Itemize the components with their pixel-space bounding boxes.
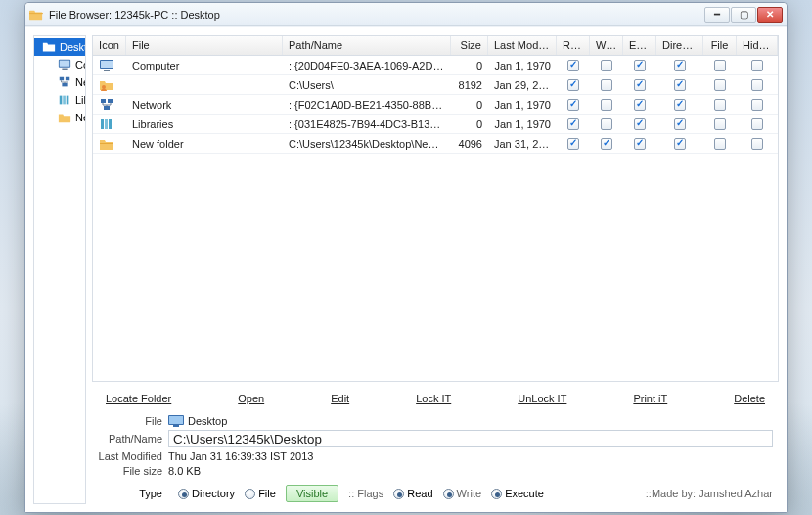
checkbox[interactable] [751, 60, 763, 71]
checkbox[interactable] [674, 138, 686, 150]
grid-header[interactable]: Icon File Path/Name Size Last Modified R… [93, 36, 778, 56]
checkbox[interactable] [601, 60, 612, 71]
checkbox[interactable] [751, 138, 763, 150]
maximize-button[interactable]: ▢ [731, 7, 756, 23]
col-hidden[interactable]: Hidden [737, 36, 778, 55]
tree-item-new-folder[interactable]: New folder [34, 109, 85, 126]
folder-icon [58, 111, 71, 124]
checkbox[interactable] [634, 99, 646, 111]
col-path[interactable]: Path/Name [283, 36, 451, 55]
open-link[interactable]: Open [230, 391, 272, 406]
row-path: ::{F02C1A0D-BE21-4350-88B0-7367FC96EF... [283, 97, 451, 113]
file-size-value: 8.0 KB [168, 465, 201, 477]
window-controls: ━ ▢ ✕ [704, 7, 783, 23]
checkbox[interactable] [714, 138, 726, 150]
print-link[interactable]: Print iT [625, 391, 675, 406]
checkbox[interactable] [634, 138, 646, 150]
col-directory[interactable]: Directory [656, 36, 703, 55]
checkbox[interactable] [567, 79, 579, 91]
col-icon[interactable]: Icon [93, 36, 126, 55]
col-write[interactable]: Write [590, 36, 623, 55]
svg-rect-2 [62, 69, 67, 70]
titlebar[interactable]: File Browser: 12345k-PC :: Desktop ━ ▢ ✕ [25, 3, 787, 26]
tree-label: Desktop [60, 41, 86, 53]
checkbox[interactable] [674, 60, 686, 71]
row-last-modified: Jan 31, 2013 [488, 136, 557, 152]
checkbox[interactable] [567, 99, 579, 111]
checkbox[interactable] [567, 60, 579, 71]
delete-link[interactable]: Delete [726, 391, 773, 406]
checkbox[interactable] [601, 118, 612, 130]
close-button[interactable]: ✕ [757, 7, 783, 23]
checkbox[interactable] [714, 118, 726, 130]
col-execute[interactable]: Execute [623, 36, 656, 55]
col-size[interactable]: Size [451, 36, 488, 55]
row-file: Libraries [126, 117, 283, 132]
unlock-link[interactable]: UnLock IT [510, 391, 574, 406]
checkbox[interactable] [674, 99, 686, 111]
row-last-modified: Jan 1, 1970 [488, 58, 557, 73]
svg-rect-3 [60, 77, 64, 81]
col-modified[interactable]: Last Modified [488, 36, 557, 55]
checkbox[interactable] [674, 79, 686, 91]
row-file: New folder [126, 136, 283, 152]
row-icon [93, 96, 126, 114]
col-read[interactable]: Read [557, 36, 590, 55]
row-last-modified: Jan 1, 1970 [488, 97, 557, 113]
tree-item-network[interactable]: Network [34, 73, 85, 91]
edit-link[interactable]: Edit [323, 391, 357, 406]
svg-rect-11 [104, 70, 110, 71]
path-input[interactable] [168, 430, 773, 447]
checkbox[interactable] [714, 60, 726, 71]
checkbox[interactable] [601, 79, 612, 91]
svg-rect-20 [169, 416, 183, 424]
type-file-radio[interactable]: File [245, 488, 276, 500]
table-row[interactable]: Libraries::{031E4825-7B94-4DC3-B131-E946… [93, 115, 778, 134]
grid-body[interactable]: Computer::{20D04FE0-3AEA-1069-A2D8-08002… [93, 56, 778, 381]
table-row[interactable]: C:\Users\8192Jan 29, 2013 [93, 75, 778, 95]
folder-icon [42, 40, 56, 54]
checkbox[interactable] [567, 118, 579, 130]
tree-item-computer[interactable]: Computer [34, 56, 85, 73]
checkbox[interactable] [634, 118, 646, 130]
file-grid[interactable]: Icon File Path/Name Size Last Modified R… [92, 35, 779, 382]
computer-icon [58, 58, 71, 71]
checkbox[interactable] [751, 79, 763, 91]
row-icon [93, 76, 126, 94]
row-size: 4096 [451, 136, 488, 152]
checkbox[interactable] [714, 99, 726, 111]
flag-execute-radio[interactable]: Execute [491, 488, 544, 500]
minimize-button[interactable]: ━ [704, 7, 730, 23]
svg-rect-17 [105, 119, 108, 129]
footer-row: Type Directory File Visible :: Flags Rea… [92, 483, 779, 504]
checkbox[interactable] [714, 79, 726, 91]
tree-item-desktop[interactable]: Desktop [34, 38, 85, 56]
checkbox[interactable] [751, 99, 763, 111]
col-file[interactable]: File [126, 36, 283, 55]
locate-folder-link[interactable]: Locate Folder [98, 391, 179, 406]
col-isfile[interactable]: File [703, 36, 737, 55]
svg-rect-5 [62, 83, 67, 87]
app-icon [29, 8, 43, 22]
checkbox[interactable] [634, 79, 646, 91]
flag-read-radio[interactable]: Read [393, 488, 432, 500]
table-row[interactable]: Network::{F02C1A0D-BE21-4350-88B0-7367FC… [93, 95, 778, 115]
flag-write-radio[interactable]: Write [443, 488, 482, 500]
checkbox[interactable] [674, 118, 686, 130]
checkbox[interactable] [634, 60, 646, 71]
checkbox[interactable] [567, 138, 579, 150]
svg-rect-6 [60, 96, 63, 105]
folder-tree[interactable]: Desktop ComputerNetworkLibrariesNew fold… [33, 35, 86, 504]
row-size: 0 [451, 58, 488, 73]
table-row[interactable]: New folderC:\Users\12345k\Desktop\New fo… [93, 134, 778, 154]
tree-item-libraries[interactable]: Libraries [34, 91, 85, 109]
type-directory-radio[interactable]: Directory [178, 488, 235, 500]
row-file [126, 83, 283, 87]
lock-link[interactable]: Lock IT [408, 391, 459, 406]
visible-button[interactable]: Visible [286, 485, 338, 502]
checkbox[interactable] [751, 118, 763, 130]
table-row[interactable]: Computer::{20D04FE0-3AEA-1069-A2D8-08002… [93, 56, 778, 75]
checkbox[interactable] [601, 99, 612, 111]
checkbox[interactable] [601, 138, 612, 150]
last-modified-value: Thu Jan 31 16:39:33 IST 2013 [168, 450, 313, 462]
